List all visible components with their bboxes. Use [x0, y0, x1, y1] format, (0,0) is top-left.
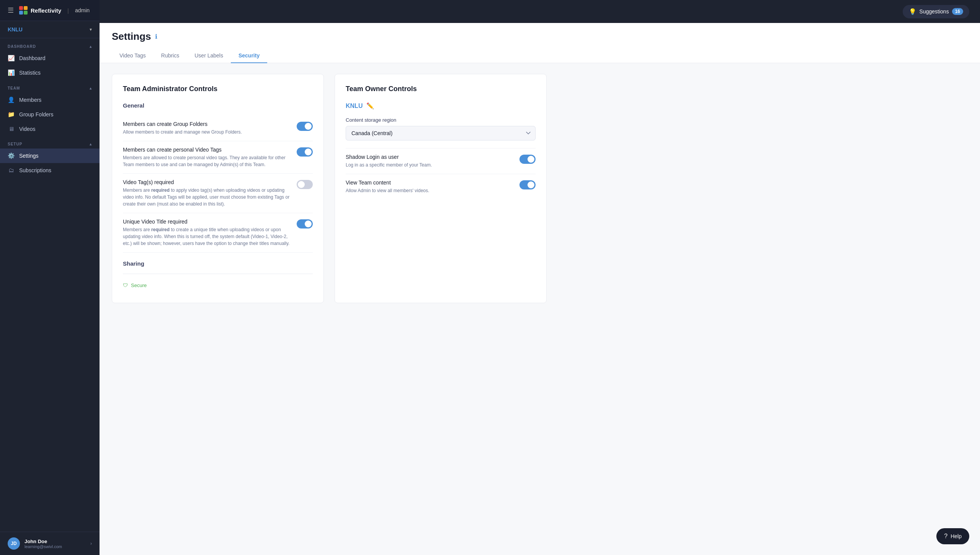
control-desc-video-tags-required: Members are required to apply video tag(… — [123, 187, 291, 207]
settings-body: Team Administrator Controls General Memb… — [100, 63, 559, 314]
brand-name: Reflectivity — [31, 7, 61, 14]
sidebar-item-settings[interactable]: ⚙️ Settings — [0, 149, 100, 163]
sidebar-group-dashboard[interactable]: DASHBOARD ▴ — [0, 38, 100, 51]
control-label-shadow-login: Shadow Login as user — [346, 154, 513, 160]
control-desc-group-folders: Allow members to create and manage new G… — [123, 129, 291, 135]
user-info: John Doe learning@swivl.com — [24, 539, 86, 549]
suggestions-label: Suggestions — [920, 8, 949, 15]
statistics-icon: 📊 — [8, 69, 15, 76]
sidebar-item-label: Videos — [19, 126, 36, 132]
sidebar-item-label: Members — [19, 97, 41, 103]
toggle-slider — [519, 180, 536, 189]
lightbulb-icon: 💡 — [909, 8, 916, 15]
sidebar: ☰ Reflectivity | admin KNLU ▾ DASHBOARD … — [0, 0, 100, 555]
storage-region-label: Content storage region — [346, 117, 536, 123]
toggle-group-folders[interactable] — [297, 122, 313, 131]
sidebar-item-dashboard[interactable]: 📈 Dashboard — [0, 51, 100, 65]
toggle-slider — [297, 147, 313, 157]
subscriptions-icon: 🗂 — [8, 167, 15, 173]
video-icon: 🖥 — [8, 126, 15, 132]
sharing-section-label: Sharing — [123, 260, 313, 267]
storage-region-select[interactable]: Canada (Central) US (Central) EU (Frankf… — [346, 126, 536, 140]
sidebar-item-label: Subscriptions — [19, 167, 51, 173]
org-name: KNLU — [8, 26, 23, 33]
chevron-up-icon: ▴ — [90, 142, 92, 146]
team-owner-card: Team Owner Controls KNLU ✏️ Content stor… — [335, 74, 547, 303]
sidebar-item-group-folders[interactable]: 📁 Group Folders — [0, 107, 100, 122]
logo-icon — [19, 6, 28, 15]
chevron-down-icon: ▾ — [90, 27, 92, 32]
edit-icon[interactable]: ✏️ — [366, 102, 374, 109]
sidebar-item-members[interactable]: 👤 Members — [0, 93, 100, 107]
control-view-team-content: View Team content Allow Admin to view al… — [346, 174, 536, 199]
sidebar-item-label: Group Folders — [19, 111, 53, 118]
user-email: learning@swivl.com — [24, 544, 86, 549]
team-admin-card: Team Administrator Controls General Memb… — [112, 74, 324, 303]
toggle-slider — [297, 219, 313, 229]
hamburger-icon[interactable]: ☰ — [8, 6, 14, 15]
sidebar-item-label: Settings — [19, 153, 39, 159]
main-content: 💡 Suggestions 16 Settings ℹ Video Tags R… — [100, 0, 980, 555]
members-icon: 👤 — [8, 96, 15, 103]
topbar: 💡 Suggestions 16 — [100, 0, 980, 23]
secure-label: Secure — [131, 282, 147, 288]
toggle-personal-video-tags[interactable] — [297, 147, 313, 157]
toggle-slider — [297, 180, 313, 189]
toggle-shadow-login[interactable] — [519, 155, 536, 164]
chevron-right-icon: › — [90, 541, 92, 546]
control-desc-personal-video-tags: Members are allowed to create personal v… — [123, 154, 291, 168]
sidebar-header: ☰ Reflectivity | admin — [0, 0, 100, 21]
tab-video-tags[interactable]: Video Tags — [112, 49, 154, 63]
user-name: John Doe — [24, 539, 86, 544]
folder-icon: 📁 — [8, 111, 15, 118]
sidebar-org[interactable]: KNLU ▾ — [0, 21, 100, 38]
tab-user-labels[interactable]: User Labels — [187, 49, 231, 63]
control-label-group-folders: Members can create Group Folders — [123, 121, 291, 127]
sidebar-group-setup[interactable]: SETUP ▴ — [0, 136, 100, 149]
control-label-view-team-content: View Team content — [346, 180, 513, 186]
settings-icon: ⚙️ — [8, 152, 15, 159]
chevron-up-icon: ▴ — [90, 86, 92, 90]
control-desc-shadow-login: Log in as a specific member of your Team… — [346, 162, 513, 168]
settings-header: Settings ℹ Video Tags Rubrics User Label… — [100, 23, 980, 63]
toggle-slider — [519, 155, 536, 164]
toggle-video-tags-required[interactable] — [297, 180, 313, 189]
control-desc-view-team-content: Allow Admin to view all members' videos. — [346, 187, 513, 194]
sidebar-item-subscriptions[interactable]: 🗂 Subscriptions — [0, 163, 100, 177]
team-owner-title: Team Owner Controls — [346, 85, 536, 93]
suggestions-button[interactable]: 💡 Suggestions 16 — [903, 5, 969, 18]
dashboard-icon: 📈 — [8, 55, 15, 62]
toggle-view-team-content[interactable] — [519, 180, 536, 189]
control-desc-unique-video-title: Members are required to create a unique … — [123, 226, 291, 247]
tab-rubrics[interactable]: Rubrics — [154, 49, 187, 63]
sidebar-item-label: Statistics — [19, 70, 41, 76]
avatar: JD — [8, 537, 20, 550]
sidebar-item-label: Dashboard — [19, 55, 46, 61]
control-personal-video-tags: Members can create personal Video Tags M… — [123, 141, 313, 174]
owner-org-row: KNLU ✏️ — [346, 102, 536, 109]
settings-title-row: Settings ℹ — [112, 31, 968, 42]
control-label-unique-video-title: Unique Video Title required — [123, 219, 291, 225]
secure-row: 🛡 Secure — [123, 279, 313, 292]
control-group-folders: Members can create Group Folders Allow m… — [123, 116, 313, 141]
tab-security[interactable]: Security — [231, 49, 267, 63]
sidebar-group-team[interactable]: TEAM ▴ — [0, 80, 100, 93]
sidebar-item-statistics[interactable]: 📊 Statistics — [0, 65, 100, 80]
sidebar-footer: JD John Doe learning@swivl.com › — [0, 532, 100, 555]
page-title: Settings — [112, 31, 151, 42]
chevron-up-icon: ▴ — [90, 44, 92, 49]
sidebar-item-videos[interactable]: 🖥 Videos — [0, 122, 100, 136]
logo-area: Reflectivity | admin — [19, 6, 90, 15]
page-content: Settings ℹ Video Tags Rubrics User Label… — [100, 23, 980, 555]
info-icon[interactable]: ℹ — [155, 33, 157, 40]
control-label-personal-video-tags: Members can create personal Video Tags — [123, 147, 291, 153]
admin-label: admin — [75, 7, 90, 13]
toggle-unique-video-title[interactable] — [297, 219, 313, 229]
control-shadow-login: Shadow Login as user Log in as a specifi… — [346, 148, 536, 174]
help-icon: ? — [944, 533, 947, 540]
help-button[interactable]: ? Help — [936, 528, 969, 544]
toggle-slider — [297, 122, 313, 131]
control-label-video-tags-required: Video Tag(s) required — [123, 179, 291, 185]
control-unique-video-title: Unique Video Title required Members are … — [123, 213, 313, 253]
help-label: Help — [951, 533, 962, 539]
